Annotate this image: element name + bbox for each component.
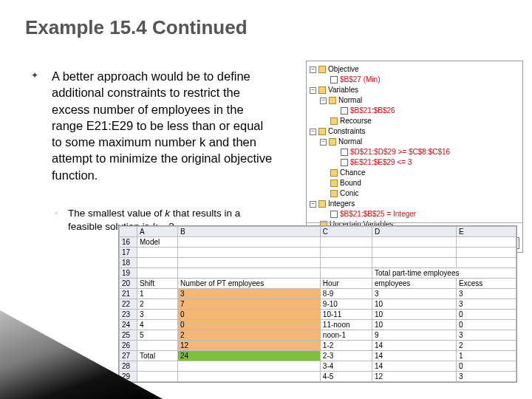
folder-icon — [318, 86, 326, 94]
minus-icon[interactable]: − — [310, 129, 316, 135]
doc-icon — [330, 211, 338, 218]
bullet-text: A better approach would be to define add… — [52, 68, 273, 183]
folder-icon — [329, 138, 336, 146]
sub-bullet-icon: ◦ — [55, 208, 58, 217]
minus-icon[interactable]: − — [320, 98, 327, 104]
folder-icon — [329, 97, 336, 104]
col-header-row: A B C D E — [120, 227, 516, 237]
bullet-icon: ✦ — [31, 70, 38, 81]
slide-title: Example 15.4 Continued — [25, 16, 248, 39]
doc-icon — [341, 107, 348, 115]
doc-icon — [341, 149, 348, 156]
doc-icon — [341, 159, 348, 166]
folder-icon — [330, 169, 338, 177]
doc-icon — [330, 76, 338, 83]
spreadsheet: A B C D E 16Model 17 18 19Total part-tim… — [118, 225, 517, 383]
main-bullet: ✦ A better approach would be to define a… — [31, 68, 273, 183]
solver-tree: −Objective $B$27 (Min) −Variables −Norma… — [307, 61, 522, 231]
folder-icon — [318, 66, 326, 73]
minus-icon[interactable]: − — [310, 201, 316, 208]
minus-icon[interactable]: − — [310, 87, 316, 94]
folder-icon — [330, 190, 338, 197]
minus-icon[interactable]: − — [310, 66, 316, 73]
folder-icon — [330, 180, 338, 187]
folder-icon — [318, 128, 326, 135]
solver-panel: −Objective $B$27 (Min) −Variables −Norma… — [306, 61, 523, 253]
folder-icon — [330, 117, 338, 125]
folder-icon — [318, 200, 326, 208]
minus-icon[interactable]: − — [320, 139, 327, 146]
